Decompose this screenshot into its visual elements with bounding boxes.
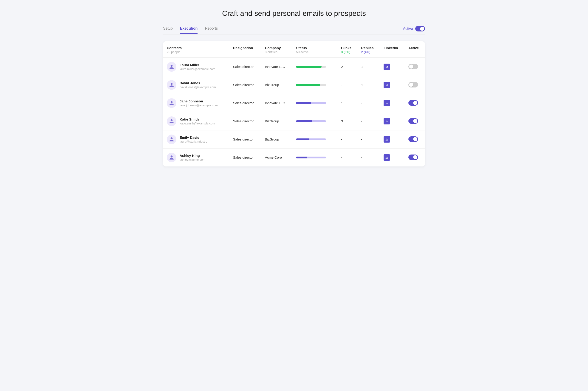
linkedin-icon-0[interactable]: in [384, 64, 390, 70]
row-active-toggle-0[interactable] [408, 64, 418, 69]
designation-cell-1: Sales director [230, 76, 261, 94]
contact-name-2: Jane Johnson [180, 99, 218, 103]
contact-name-3: Katie Smith [180, 117, 215, 121]
person-icon [169, 119, 174, 124]
company-cell-5: Acme Corp [261, 149, 292, 167]
avatar-0 [167, 62, 176, 72]
table-row: Ashley King ashley@acme.com Sales direct… [163, 149, 425, 167]
contact-name-4: Emily Davis [180, 135, 207, 139]
avatar-2 [167, 98, 176, 108]
active-cell-2 [405, 94, 425, 112]
active-cell-0 [405, 58, 425, 76]
main-card: Contacts 25 people Designation Company 3… [163, 41, 425, 167]
row-active-toggle-5[interactable] [408, 155, 418, 160]
status-cell-1 [292, 76, 338, 94]
clicks-cell-4: - [338, 130, 357, 149]
person-icon [169, 64, 174, 69]
contact-cell-2: Jane Johnson jane.johnson@example.com [163, 94, 230, 112]
row-active-toggle-4[interactable] [408, 136, 418, 142]
linkedin-cell-1: in [380, 76, 404, 94]
tab-setup[interactable]: Setup [163, 26, 173, 34]
th-active: Active [405, 41, 425, 58]
active-status-label: Active [403, 27, 413, 31]
clicks-cell-0: 2 [338, 58, 357, 76]
contact-email-4: laura@stark.industry [180, 140, 207, 143]
linkedin-cell-0: in [380, 58, 404, 76]
linkedin-icon-1[interactable]: in [384, 82, 390, 88]
table-row: David Jones david.jones@example.com Sale… [163, 76, 425, 94]
linkedin-icon-3[interactable]: in [384, 118, 390, 124]
status-cell-0 [292, 58, 338, 76]
company-cell-0: Innovate LLC [261, 58, 292, 76]
linkedin-icon-4[interactable]: in [384, 136, 390, 143]
th-company: Company 3 entities [261, 41, 292, 58]
person-icon [169, 100, 174, 106]
global-active-toggle[interactable] [415, 26, 425, 31]
contact-email-5: ashley@acme.com [180, 158, 205, 161]
person-icon [169, 137, 174, 142]
tab-execution[interactable]: Execution [180, 26, 198, 34]
th-status: Status 50 active [292, 41, 338, 58]
person-icon [169, 155, 174, 160]
tabs-bar: Setup Execution Reports Active [163, 26, 425, 34]
status-cell-2 [292, 94, 338, 112]
clicks-cell-3: 3 [338, 112, 357, 130]
active-cell-1 [405, 76, 425, 94]
replies-cell-3: - [357, 112, 380, 130]
tab-reports[interactable]: Reports [205, 26, 218, 34]
avatar-4 [167, 135, 176, 144]
table-row: Jane Johnson jane.johnson@example.com Sa… [163, 94, 425, 112]
contact-info-1: David Jones david.jones@example.com [180, 81, 216, 89]
contact-cell-1: David Jones david.jones@example.com [163, 76, 230, 94]
designation-cell-5: Sales director [230, 149, 261, 167]
replies-cell-4: - [357, 130, 380, 149]
active-cell-3 [405, 112, 425, 130]
contact-info-3: Katie Smith katie.smith@example.com [180, 117, 215, 125]
th-clicks: Clicks 3 (6%) [338, 41, 357, 58]
tabs-left: Setup Execution Reports [163, 26, 218, 34]
designation-cell-4: Sales director [230, 130, 261, 149]
linkedin-icon-5[interactable]: in [384, 154, 390, 161]
th-designation: Designation [230, 41, 261, 58]
linkedin-cell-5: in [380, 149, 404, 167]
row-active-toggle-3[interactable] [408, 118, 418, 124]
contact-info-5: Ashley King ashley@acme.com [180, 154, 205, 161]
status-cell-5 [292, 149, 338, 167]
contact-cell-0: Laura Miller laura.miller@example.com [163, 58, 230, 76]
table-row: Katie Smith katie.smith@example.com Sale… [163, 112, 425, 130]
contacts-table: Contacts 25 people Designation Company 3… [163, 41, 425, 167]
clicks-cell-2: 1 [338, 94, 357, 112]
status-cell-3 [292, 112, 338, 130]
contact-info-4: Emily Davis laura@stark.industry [180, 135, 207, 143]
contact-email-0: laura.miller@example.com [180, 67, 215, 71]
designation-cell-0: Sales director [230, 58, 261, 76]
row-active-toggle-2[interactable] [408, 100, 418, 106]
replies-cell-0: 1 [357, 58, 380, 76]
active-cell-4 [405, 130, 425, 149]
th-linkedin: LinkedIn [380, 41, 404, 58]
th-replies: Replies 2 (4%) [357, 41, 380, 58]
linkedin-cell-2: in [380, 94, 404, 112]
avatar-5 [167, 153, 176, 162]
designation-cell-3: Sales director [230, 112, 261, 130]
status-cell-4 [292, 130, 338, 149]
contact-email-2: jane.johnson@example.com [180, 103, 218, 107]
contact-name-1: David Jones [180, 81, 216, 85]
contact-email-3: katie.smith@example.com [180, 122, 215, 125]
tabs-right: Active [403, 26, 425, 34]
active-cell-5 [405, 149, 425, 167]
company-cell-3: BizGroup [261, 112, 292, 130]
contact-info-0: Laura Miller laura.miller@example.com [180, 63, 215, 71]
designation-cell-2: Sales director [230, 94, 261, 112]
contact-name-0: Laura Miller [180, 63, 215, 67]
company-cell-2: Innovate LLC [261, 94, 292, 112]
clicks-cell-1: - [338, 76, 357, 94]
contact-email-1: david.jones@example.com [180, 86, 216, 89]
page-title: Craft and send personal emails to prospe… [163, 9, 425, 18]
linkedin-icon-2[interactable]: in [384, 100, 390, 106]
person-icon [169, 83, 174, 88]
contact-cell-4: Emily Davis laura@stark.industry [163, 130, 230, 149]
row-active-toggle-1[interactable] [408, 82, 418, 88]
th-contacts: Contacts 25 people [163, 41, 230, 58]
contact-cell-5: Ashley King ashley@acme.com [163, 149, 230, 167]
